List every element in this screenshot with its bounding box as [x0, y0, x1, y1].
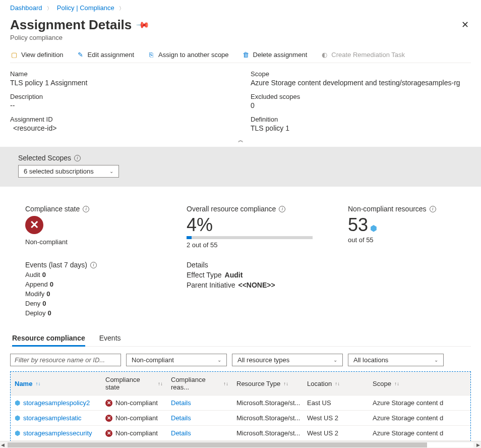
event-modify: Modify0	[25, 290, 156, 298]
event-append: Append0	[25, 281, 156, 288]
page-title: Assignment Details	[10, 17, 132, 33]
tab-resource-compliance[interactable]: Resource compliance	[12, 334, 85, 347]
row-type: Microsoft.Storage/st...	[232, 411, 303, 425]
description-value: --	[10, 101, 230, 109]
resource-type-filter[interactable]: All resource types⌄	[232, 354, 343, 366]
non-compliant-icon: ✕	[105, 415, 112, 422]
definition-value: TLS policy 1	[251, 124, 471, 132]
info-icon[interactable]: i	[90, 262, 97, 268]
resource-icon: ⬢	[15, 399, 20, 407]
resource-icon: ⬢	[15, 429, 20, 437]
chevron-down-icon: ⌄	[217, 357, 221, 363]
table-row[interactable]: ⬢storagesamplessecurity✕Non-compliantDet…	[11, 426, 470, 441]
compliance-state-value: Non-compliant	[25, 238, 156, 246]
details-link[interactable]: Details	[171, 399, 191, 407]
effect-type: Effect TypeAudit	[187, 271, 471, 279]
row-type: Microsoft.Storage/st...	[232, 426, 303, 440]
resource-table: Name↑↓ Compliance state↑↓ Compliance rea…	[10, 371, 471, 444]
event-audit: Audit0	[25, 271, 156, 278]
info-icon[interactable]: i	[74, 155, 81, 161]
info-icon[interactable]: i	[279, 206, 285, 212]
location-filter[interactable]: All locations⌄	[348, 354, 444, 366]
chevron-down-icon: ⌄	[434, 357, 438, 363]
details-label: Details	[187, 261, 471, 269]
edit-assignment-label: Edit assignment	[88, 51, 135, 59]
document-icon: ▢	[10, 50, 18, 59]
chevron-right-icon: 〉	[119, 6, 124, 11]
row-scope: Azure Storage content d	[369, 396, 470, 410]
overall-compliance-value: 4%	[187, 216, 318, 234]
trash-icon: 🗑	[242, 50, 250, 59]
overall-compliance-subtext: 2 out of 55	[187, 241, 318, 249]
scope-label: Scope	[251, 70, 471, 78]
horizontal-scrollbar[interactable]: ◀▶	[0, 441, 481, 448]
non-compliant-resources-value: 53	[348, 214, 368, 235]
delete-assignment-label: Delete assignment	[253, 51, 308, 59]
row-scope: Azure Storage content d	[369, 426, 470, 440]
progress-bar	[187, 236, 313, 239]
table-row[interactable]: ⬢storagesamplestatic✕Non-compliantDetail…	[11, 411, 470, 426]
create-remediation-button: ◐ Create Remediation Task	[320, 50, 405, 59]
details-link[interactable]: Details	[171, 414, 191, 422]
parent-initiative: Parent Initiative<<NONE>>	[187, 281, 471, 289]
breadcrumb: Dashboard 〉 Policy | Compliance 〉	[10, 3, 471, 12]
pin-icon[interactable]: 📌	[136, 18, 151, 33]
assign-icon: ⎘	[147, 50, 155, 59]
non-compliant-icon: ✕	[105, 430, 112, 437]
row-type: Microsoft.Storage/st...	[232, 396, 303, 410]
col-name[interactable]: Name↑↓	[11, 372, 101, 395]
resource-name-link[interactable]: storagesamplespolicy2	[23, 399, 90, 407]
info-icon[interactable]: i	[83, 206, 89, 212]
breadcrumb-policy[interactable]: Policy | Compliance	[57, 4, 114, 12]
view-definition-label: View definition	[21, 51, 64, 59]
non-compliant-icon: ✕	[105, 400, 112, 407]
filter-input[interactable]	[10, 354, 121, 366]
col-scope[interactable]: Scope↑↓	[369, 372, 470, 395]
table-row[interactable]: ⬢storagesamplespolicy2✕Non-compliantDeta…	[11, 396, 470, 411]
resource-name-link[interactable]: storagesamplessecurity	[23, 429, 92, 437]
breadcrumb-dashboard[interactable]: Dashboard	[10, 4, 42, 12]
scope-select-value: 6 selected subscriptions	[24, 167, 94, 175]
row-state: Non-compliant	[115, 399, 158, 407]
resource-icon: ⬢	[15, 414, 20, 422]
resource-name-link[interactable]: storagesamplestatic	[23, 414, 82, 422]
compliance-state-filter[interactable]: Non-compliant⌄	[126, 354, 227, 366]
excluded-scopes-value: 0	[251, 101, 471, 109]
chevron-right-icon: 〉	[47, 6, 52, 11]
row-location: East US	[303, 396, 369, 410]
non-compliant-resources-subtext: out of 55	[348, 236, 436, 244]
edit-assignment-button[interactable]: ✎ Edit assignment	[77, 50, 135, 59]
chevron-down-icon: ⌄	[333, 357, 337, 363]
row-scope: Azure Storage content d	[369, 411, 470, 425]
col-compliance-reason[interactable]: Compliance reas...↑↓	[167, 372, 232, 395]
assign-scope-button[interactable]: ⎘ Assign to another scope	[147, 50, 228, 59]
cube-icon: ⬢	[370, 224, 377, 233]
row-location: West US 2	[303, 426, 369, 440]
tab-events[interactable]: Events	[99, 334, 121, 346]
row-state: Non-compliant	[115, 429, 158, 437]
assignment-id-label: Assignment ID	[10, 116, 230, 123]
scope-select[interactable]: 6 selected subscriptions ⌄	[18, 165, 119, 178]
chevron-down-icon: ⌄	[109, 169, 113, 174]
delete-assignment-button[interactable]: 🗑 Delete assignment	[242, 50, 308, 59]
col-compliance-state[interactable]: Compliance state↑↓	[101, 372, 167, 395]
description-label: Description	[10, 93, 230, 100]
compliance-state-label: Compliance state	[25, 205, 80, 213]
pencil-icon: ✎	[77, 50, 85, 59]
col-location[interactable]: Location↑↓	[303, 372, 369, 395]
row-location: West US 2	[303, 411, 369, 425]
toolbar: ▢ View definition ✎ Edit assignment ⎘ As…	[10, 50, 471, 63]
info-icon[interactable]: i	[430, 206, 436, 212]
col-resource-type[interactable]: Resource Type↑↓	[232, 372, 303, 395]
details-link[interactable]: Details	[171, 429, 191, 437]
definition-label: Definition	[251, 116, 471, 123]
create-remediation-label: Create Remediation Task	[331, 51, 405, 59]
row-state: Non-compliant	[115, 414, 158, 422]
overall-compliance-label: Overall resource compliance	[187, 205, 276, 213]
name-label: Name	[10, 70, 230, 78]
view-definition-button[interactable]: ▢ View definition	[10, 50, 64, 59]
excluded-scopes-label: Excluded scopes	[251, 93, 471, 100]
scope-value: Azure Storage content development and te…	[251, 79, 471, 87]
close-icon[interactable]: ✕	[459, 17, 471, 32]
assignment-id-value: <resource-id>	[10, 124, 230, 132]
